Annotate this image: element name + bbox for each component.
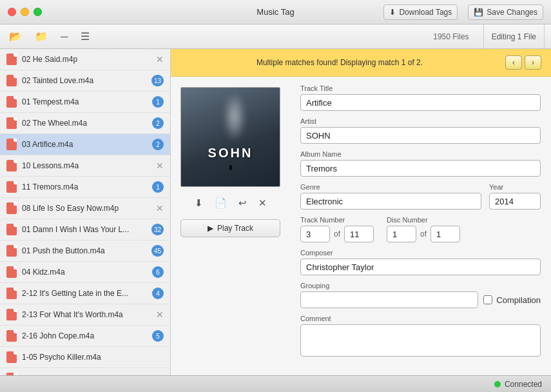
undo-art-icon[interactable]: ↩ <box>236 195 249 211</box>
file-count: 1950 Files <box>433 32 469 41</box>
file-icon <box>6 351 17 363</box>
composer-group: Composer <box>300 249 541 275</box>
download-art-icon[interactable]: ⬇ <box>192 195 206 211</box>
artist-input[interactable] <box>300 127 541 144</box>
file-badge: 1 <box>152 181 164 193</box>
track-title-input[interactable] <box>300 94 541 111</box>
figure <box>229 165 232 170</box>
file-icon <box>6 309 17 320</box>
file-name: 02 He Said.m4p <box>22 55 152 64</box>
genre-input[interactable] <box>300 193 481 210</box>
save-changes-button[interactable]: 💾 Save Changes <box>468 5 543 20</box>
status-bar: Connected <box>0 375 551 392</box>
content-body: SOHN ⬇ 📄 ↩ ✕ ▶ Play Track Track Title <box>171 77 551 375</box>
file-item[interactable]: 2-13 For What It's Worth.m4a✕ <box>0 304 170 326</box>
compilation-checkbox[interactable] <box>483 295 492 304</box>
open-file-icon[interactable]: 📂 <box>6 28 24 45</box>
file-name: 02 The Wheel.m4a <box>22 119 148 128</box>
file-icon <box>6 288 17 299</box>
album-name-label: Album Name <box>300 150 541 158</box>
file-item[interactable]: 1-05 Psycho Killer.m4a <box>0 347 170 368</box>
file-item[interactable]: 08 Life Is So Easy Now.m4p✕ <box>0 198 170 219</box>
year-input[interactable] <box>489 193 541 210</box>
album-name-input[interactable] <box>300 160 541 177</box>
album-name-group: Album Name <box>300 150 541 177</box>
file-item[interactable]: 2-12 It's Getting Late in the E...4 <box>0 283 170 304</box>
file-badge: 1 <box>152 96 164 108</box>
file-badge: 32 <box>151 224 164 235</box>
delete-art-icon[interactable]: ✕ <box>256 195 269 211</box>
content-area: Multiple matches found! Displaying match… <box>171 49 551 375</box>
track-title-label: Track Title <box>300 84 541 92</box>
file-item[interactable]: 02 Tainted Love.m4a13 <box>0 70 170 92</box>
title-bar-actions: ⬇ Download Tags 💾 Save Changes <box>383 5 543 20</box>
file-icon <box>6 160 17 172</box>
close-button[interactable] <box>8 8 16 16</box>
file-item[interactable]: 04 Kidz.m4a6 <box>0 262 170 283</box>
file-icon <box>6 139 17 150</box>
file-item[interactable]: 01 Tempest.m4a1 <box>0 92 170 113</box>
comment-input[interactable] <box>300 324 541 357</box>
menu-icon[interactable]: ☰ <box>78 28 92 45</box>
download-tags-button[interactable]: ⬇ Download Tags <box>383 5 458 20</box>
file-name: 1-14 Once in a Lifetime.m4a <box>22 374 164 375</box>
traffic-lights <box>8 8 42 16</box>
file-icon <box>6 245 17 257</box>
file-name: 08 Life Is So Easy Now.m4p <box>22 204 152 213</box>
save-icon: 💾 <box>474 8 483 17</box>
compilation-row: Compilation <box>483 291 541 308</box>
play-track-button[interactable]: ▶ Play Track <box>180 219 280 237</box>
file-badge: 6 <box>152 266 164 278</box>
file-item[interactable]: 01 Push the Button.m4a45 <box>0 240 170 262</box>
track-number-col: Track Number of <box>300 216 374 242</box>
file-icon <box>6 202 17 214</box>
disc-total-input[interactable] <box>430 226 460 242</box>
window-title: Music Tag <box>256 7 294 17</box>
disc-number-input[interactable] <box>387 226 416 242</box>
disc-of-text: of <box>420 230 427 239</box>
comment-label: Comment <box>300 315 541 322</box>
track-total-input[interactable] <box>344 226 374 242</box>
file-item[interactable]: 02 He Said.m4p✕ <box>0 49 170 70</box>
toolbar: 📂 📁 ─ ☰ 1950 Files Editing 1 File <box>0 24 551 49</box>
zoom-button[interactable] <box>34 8 42 16</box>
disc-number-col: Disc Number of <box>387 216 460 242</box>
file-item[interactable]: 1-14 Once in a Lifetime.m4a <box>0 368 170 375</box>
file-name: 01 Damn I Wish I Was Your L... <box>22 225 148 234</box>
file-item[interactable]: 11 Tremors.m4a1 <box>0 177 170 198</box>
file-name: 01 Tempest.m4a <box>22 97 148 106</box>
file-remove-icon[interactable]: ✕ <box>156 203 164 213</box>
file-remove-icon[interactable]: ✕ <box>156 309 164 320</box>
file-item[interactable]: 2-16 John Cope.m4a5 <box>0 326 170 347</box>
file-remove-icon[interactable]: ✕ <box>156 54 164 64</box>
file-name: 2-12 It's Getting Late in the E... <box>22 289 148 298</box>
file-item[interactable]: 10 Lessons.m4a✕ <box>0 155 170 177</box>
file-art-icon[interactable]: 📄 <box>212 195 229 211</box>
track-number-input[interactable] <box>300 226 330 242</box>
sidebar: 02 He Said.m4p✕02 Tainted Love.m4a1301 T… <box>0 49 171 375</box>
grouping-input[interactable] <box>300 291 478 308</box>
status-text: Connected <box>505 380 542 389</box>
composer-input[interactable] <box>300 259 541 275</box>
file-item[interactable]: 01 Damn I Wish I Was Your L...32 <box>0 219 170 240</box>
file-item[interactable]: 02 The Wheel.m4a2 <box>0 113 170 134</box>
minus-icon[interactable]: ─ <box>58 28 70 45</box>
editing-label: Editing 1 File <box>483 24 545 48</box>
file-item[interactable]: 03 Artifice.m4a2 <box>0 134 170 155</box>
file-name: 2-16 John Cope.m4a <box>22 331 148 340</box>
file-badge: 13 <box>151 75 164 86</box>
match-banner: Multiple matches found! Displaying match… <box>171 49 551 77</box>
folder-icon[interactable]: 📁 <box>32 28 50 45</box>
prev-match-button[interactable]: ‹ <box>505 55 522 70</box>
main-layout: 02 He Said.m4p✕02 Tainted Love.m4a1301 T… <box>0 49 551 375</box>
file-badge: 4 <box>152 288 164 299</box>
download-icon: ⬇ <box>389 8 396 17</box>
form-panel: Track Title Artist Album Name Genre <box>290 77 551 375</box>
file-name: 03 Artifice.m4a <box>22 140 148 149</box>
next-match-button[interactable]: › <box>525 55 541 70</box>
file-icon <box>6 266 17 278</box>
minimize-button[interactable] <box>21 8 29 16</box>
genre-label: Genre <box>300 183 481 191</box>
grouping-label: Grouping <box>300 282 541 289</box>
file-remove-icon[interactable]: ✕ <box>156 161 164 171</box>
